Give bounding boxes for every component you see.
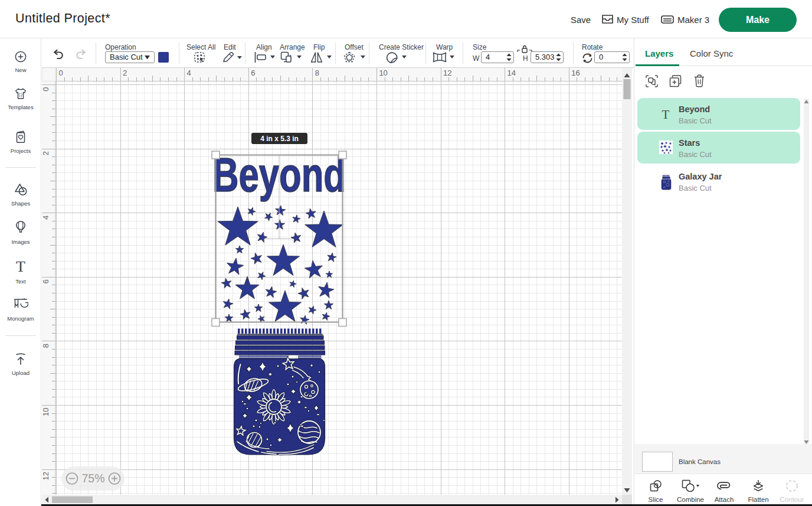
svg-text:8: 8 xyxy=(42,344,50,348)
svg-text:2: 2 xyxy=(42,151,50,155)
svg-text:T: T xyxy=(16,260,25,274)
svg-text:0: 0 xyxy=(58,68,63,77)
svg-text:6: 6 xyxy=(251,68,255,77)
svg-text:4: 4 xyxy=(187,68,191,77)
svg-text:10: 10 xyxy=(379,68,387,77)
svg-text:10: 10 xyxy=(42,408,50,416)
svg-text:12: 12 xyxy=(443,68,451,77)
svg-text:6: 6 xyxy=(42,279,50,283)
svg-text:2: 2 xyxy=(123,68,127,77)
svg-text:12: 12 xyxy=(42,472,50,480)
svg-text:4 in x 5.3 in: 4 in x 5.3 in xyxy=(260,135,299,143)
svg-text:16: 16 xyxy=(571,68,579,77)
svg-text:T: T xyxy=(662,109,670,120)
svg-text:75%: 75% xyxy=(81,472,104,485)
svg-text:8: 8 xyxy=(315,68,319,77)
svg-text:0: 0 xyxy=(42,87,50,92)
svg-text:4: 4 xyxy=(42,216,50,220)
svg-text:14: 14 xyxy=(508,68,516,77)
